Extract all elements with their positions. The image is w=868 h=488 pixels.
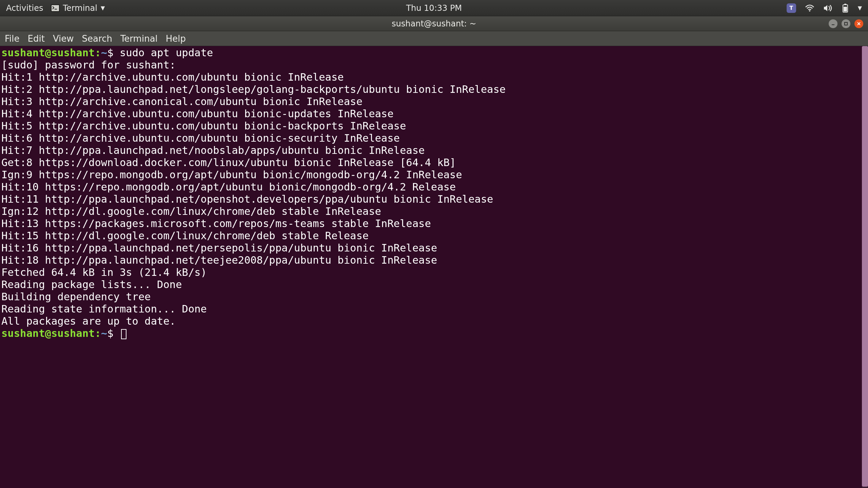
close-button[interactable] — [854, 19, 863, 28]
terminal-icon — [51, 4, 60, 12]
minimize-button[interactable] — [829, 19, 837, 28]
output-line: Hit:18 http://ppa.launchpad.net/teejee20… — [1, 254, 437, 266]
output-line: Hit:6 http://archive.ubuntu.com/ubuntu b… — [1, 132, 400, 144]
window-titlebar: sushant@sushant: ~ — [0, 16, 868, 31]
prompt-user: sushant@sushant — [1, 327, 95, 339]
menu-file[interactable]: File — [5, 34, 20, 44]
svg-rect-5 — [844, 4, 846, 5]
window-controls — [829, 19, 863, 28]
activities-button[interactable]: Activities — [6, 3, 43, 13]
clock[interactable]: Thu 10:33 PM — [406, 3, 462, 13]
svg-rect-1 — [52, 5, 59, 11]
output-line: All packages are up to date. — [1, 315, 176, 327]
command-text: sudo apt update — [120, 47, 213, 59]
cursor-icon — [121, 329, 126, 339]
active-app-indicator[interactable]: Terminal ▼ — [51, 3, 105, 13]
menu-edit[interactable]: Edit — [28, 34, 45, 44]
active-app-name: Terminal — [63, 3, 97, 13]
output-line: Hit:15 http://dl.google.com/linux/chrome… — [1, 230, 369, 242]
system-menu-chevron-icon[interactable]: ▼ — [858, 5, 862, 11]
terminal-menubar: File Edit View Search Terminal Help — [0, 31, 868, 46]
output-line: Hit:13 https://packages.microsoft.com/re… — [1, 218, 431, 229]
svg-point-3 — [809, 10, 810, 12]
prompt-sep: : — [95, 327, 101, 339]
teams-tray-icon[interactable]: T — [787, 3, 796, 13]
menu-search[interactable]: Search — [82, 34, 112, 44]
output-line: Building dependency tree — [1, 291, 151, 303]
gnome-topbar: Activities Terminal ▼ Thu 10:33 PM T ▼ — [0, 0, 868, 16]
output-line: Hit:16 http://ppa.launchpad.net/persepol… — [1, 242, 437, 254]
prompt-dollar: $ — [107, 47, 113, 59]
menu-help[interactable]: Help — [166, 34, 186, 44]
maximize-button[interactable] — [842, 19, 850, 28]
output-line: Ign:12 http://dl.google.com/linux/chrome… — [1, 205, 381, 217]
output-line: Hit:2 http://ppa.launchpad.net/longsleep… — [1, 83, 506, 95]
battery-icon[interactable] — [842, 3, 849, 13]
svg-rect-6 — [844, 7, 847, 12]
prompt-user: sushant@sushant — [1, 47, 95, 59]
output-line: Hit:11 http://ppa.launchpad.net/openshot… — [1, 193, 493, 205]
svg-rect-8 — [845, 22, 847, 25]
output-line: Hit:4 http://archive.ubuntu.com/ubuntu b… — [1, 108, 394, 120]
menu-view[interactable]: View — [53, 34, 74, 44]
menu-terminal[interactable]: Terminal — [120, 34, 158, 44]
scrollbar-thumb[interactable] — [862, 46, 868, 487]
prompt-dollar: $ — [107, 327, 113, 339]
output-line: Reading state information... Done — [1, 303, 207, 315]
prompt-sep: : — [95, 47, 101, 59]
wifi-icon[interactable] — [805, 4, 814, 12]
terminal-viewport[interactable]: sushant@sushant:~$ sudo apt update [sudo… — [0, 46, 868, 488]
output-line: Fetched 64.4 kB in 3s (21.4 kB/s) — [1, 266, 207, 278]
output-line: Ign:9 https://repo.mongodb.org/apt/ubunt… — [1, 169, 462, 181]
output-line: Reading package lists... Done — [1, 279, 182, 290]
output-line: Hit:3 http://archive.canonical.com/ubunt… — [1, 96, 362, 107]
output-line: Hit:1 http://archive.ubuntu.com/ubuntu b… — [1, 71, 344, 83]
volume-icon[interactable] — [823, 4, 833, 12]
prompt-path: ~ — [101, 47, 107, 59]
output-line: Get:8 https://download.docker.com/linux/… — [1, 157, 456, 168]
output-line: Hit:5 http://archive.ubuntu.com/ubuntu b… — [1, 120, 406, 132]
chevron-down-icon: ▼ — [101, 5, 105, 11]
output-line: [sudo] password for sushant: — [1, 59, 182, 71]
output-line: Hit:10 https://repo.mongodb.org/apt/ubun… — [1, 181, 456, 193]
window-title: sushant@sushant: ~ — [392, 19, 476, 28]
prompt-path: ~ — [101, 327, 107, 339]
output-line: Hit:7 http://ppa.launchpad.net/noobslab/… — [1, 144, 425, 156]
